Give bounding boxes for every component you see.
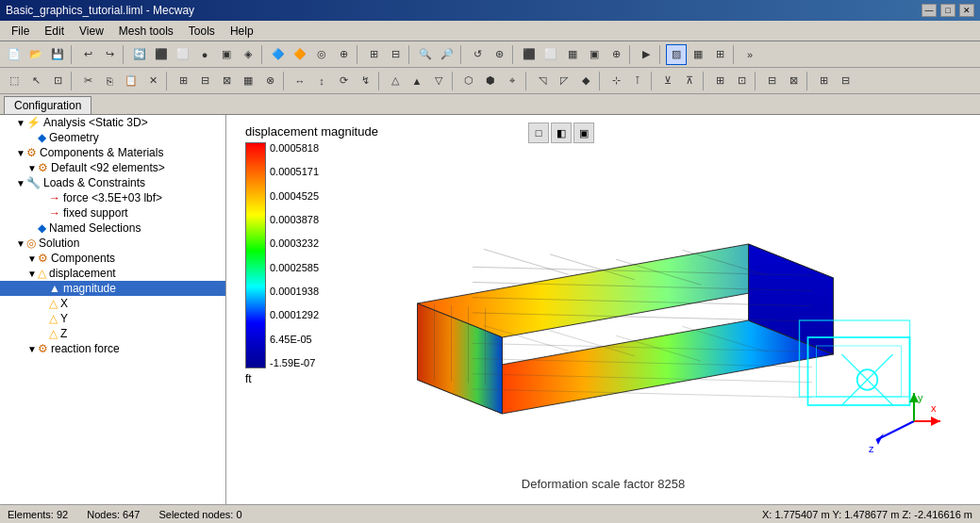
undo-button[interactable]: ↩ [77,44,98,65]
mesh-b4[interactable]: ▦ [238,71,258,91]
mesh-b9[interactable]: ↯ [355,71,375,91]
tree-displacement[interactable]: ▼ △ displacement [0,266,225,281]
maximize-button[interactable]: □ [940,4,955,17]
tool7[interactable]: 🔶 [290,44,310,65]
new-button[interactable]: 📄 [4,44,25,65]
arrow-button[interactable]: ↖ [25,71,46,91]
wireframe-button[interactable]: ▨ [666,44,687,65]
close-button[interactable]: ✕ [959,4,974,17]
tool18[interactable]: ▦ [562,44,583,65]
render-button[interactable]: ⊞ [709,44,730,65]
tool20[interactable]: ⊕ [606,44,626,65]
mesh-grid2[interactable]: ⊟ [835,71,855,91]
expand-default[interactable]: ▼ [26,163,38,173]
tree-reaction-force[interactable]: ▼ ⚙ reaction force [0,341,225,356]
mesh-b5[interactable]: ⊗ [259,71,280,91]
expand-components[interactable]: ▼ [26,253,38,264]
menu-view[interactable]: View [72,23,111,40]
tree-components-materials[interactable]: ▼ ⚙ Components & Materials [0,145,225,160]
paste-button[interactable]: 📋 [121,71,141,91]
menu-help[interactable]: Help [223,23,261,40]
tree-magnitude[interactable]: ▲ magnitude [0,281,225,296]
tool13[interactable]: 🔎 [437,44,457,65]
mesh-grid1[interactable]: ⊞ [813,71,834,91]
tool21[interactable]: ▶ [636,44,656,65]
delete-button[interactable]: ✕ [142,71,163,91]
config-tab[interactable]: Configuration [4,96,91,114]
tree-fixed-support[interactable]: → fixed support [0,205,225,221]
tree-solution[interactable]: ▼ ◎ Solution [0,236,225,251]
tree-default[interactable]: ▼ ⚙ Default <92 elements> [0,160,225,175]
more-button[interactable]: » [739,44,760,65]
tool10[interactable]: ⊞ [363,44,384,65]
mesh-b22[interactable]: ⊼ [679,71,700,91]
mesh-b18[interactable]: ◆ [575,71,596,91]
cut-button[interactable]: ✂ [77,71,98,91]
tool17[interactable]: ⬜ [540,44,561,65]
tool19[interactable]: ▣ [584,44,605,65]
minimize-button[interactable]: — [922,4,937,17]
mesh-b2[interactable]: ⊟ [194,71,215,91]
tool4[interactable]: ▣ [216,44,237,65]
select-button[interactable]: ⬚ [4,71,25,91]
mesh-b17[interactable]: ◸ [554,71,574,91]
mesh-b13[interactable]: ⬡ [458,71,479,91]
mesh-b19[interactable]: ⊹ [606,71,626,91]
tool15[interactable]: ⊛ [489,44,509,65]
tool11[interactable]: ⊟ [385,44,406,65]
expand-reaction[interactable]: ▼ [26,344,38,354]
mesh-b3[interactable]: ⊠ [216,71,237,91]
expand-analysis[interactable]: ▼ [15,118,26,128]
mesh-b23[interactable]: ⊞ [709,71,730,91]
menu-tools[interactable]: Tools [181,23,223,40]
mesh-b15[interactable]: ⌖ [502,71,523,91]
mesh-b12[interactable]: ▽ [428,71,449,91]
expand-displacement[interactable]: ▼ [26,269,38,279]
mesh-b26[interactable]: ⊠ [783,71,804,91]
tool16[interactable]: ⬛ [519,44,540,65]
tree-y[interactable]: △ Y [0,311,225,326]
tree-z[interactable]: △ Z [0,326,225,341]
mesh-b11[interactable]: ▲ [407,71,427,91]
mesh-b1[interactable]: ⊞ [173,71,193,91]
expand-loads[interactable]: ▼ [15,178,26,188]
save-button[interactable]: 💾 [47,44,68,65]
tree-geometry[interactable]: ◆ Geometry [0,130,225,145]
expand-solution[interactable]: ▼ [15,238,26,249]
solid-button[interactable]: ▦ [688,44,708,65]
copy-button[interactable]: ⎘ [99,71,120,91]
cube-button[interactable]: ⬛ [151,44,172,65]
tree-components[interactable]: ▼ ⚙ Components [0,251,225,266]
tool6[interactable]: 🔷 [268,44,289,65]
tool14[interactable]: ↺ [467,44,488,65]
mesh-b24[interactable]: ⊡ [731,71,752,91]
menu-meshtools[interactable]: Mesh tools [111,23,181,40]
mesh-b16[interactable]: ◹ [532,71,553,91]
mesh-b7[interactable]: ↕ [311,71,332,91]
rotate-button[interactable]: 🔄 [129,44,150,65]
tree-force[interactable]: → force <3.5E+03 lbf> [0,190,225,205]
mesh-b20[interactable]: ⊺ [627,71,648,91]
redo-button[interactable]: ↪ [99,44,120,65]
tree-analysis[interactable]: ▼ ⚡ Analysis <Static 3D> [0,115,225,130]
tool5[interactable]: ◈ [238,44,258,65]
mesh-b6[interactable]: ↔ [290,71,310,91]
cylinder-button[interactable]: ⬜ [173,44,193,65]
mesh-b21[interactable]: ⊻ [657,71,678,91]
tree-loads[interactable]: ▼ 🔧 Loads & Constraints [0,175,225,190]
mesh-b10[interactable]: △ [385,71,406,91]
sphere-button[interactable]: ● [194,44,215,65]
menu-edit[interactable]: Edit [37,23,72,40]
mesh-b8[interactable]: ⟳ [333,71,354,91]
tree-x[interactable]: △ X [0,296,225,311]
tool8[interactable]: ◎ [311,44,332,65]
node-select[interactable]: ⊡ [47,71,68,91]
expand-comp-mat[interactable]: ▼ [15,148,26,158]
tree-named-selections[interactable]: ◆ Named Selections [0,221,225,236]
tool9[interactable]: ⊕ [333,44,354,65]
tool12[interactable]: 🔍 [415,44,436,65]
open-button[interactable]: 📂 [25,44,46,65]
mesh-b25[interactable]: ⊟ [761,71,782,91]
menu-file[interactable]: File [4,23,37,40]
mesh-b14[interactable]: ⬢ [480,71,501,91]
